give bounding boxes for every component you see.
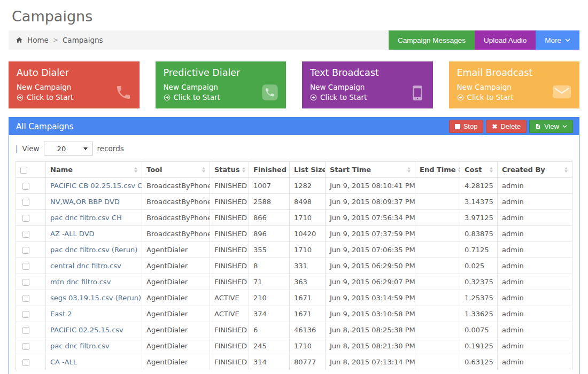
- row-checkbox[interactable]: [22, 311, 29, 318]
- stop-icon: [455, 124, 460, 129]
- panel-body: | View 20 records Name Tool: [9, 135, 579, 374]
- email-broadcast-card[interactable]: Email Broadcast New Campaign Click to St…: [449, 61, 580, 108]
- tool-cell: AgentDialer: [142, 274, 210, 290]
- delete-x-icon: ✖: [492, 123, 497, 130]
- campaign-messages-button[interactable]: Campaign Messages: [389, 30, 475, 50]
- sort-icon[interactable]: [242, 167, 245, 173]
- list-size-cell: 1710: [290, 210, 326, 226]
- column-header-cost[interactable]: Cost: [460, 162, 498, 178]
- upload-audio-button[interactable]: Upload Audio: [475, 30, 536, 50]
- sort-icon[interactable]: [134, 167, 137, 173]
- row-checkbox[interactable]: [22, 263, 29, 270]
- view-button[interactable]: View: [529, 120, 573, 133]
- column-header-tool[interactable]: Tool: [142, 162, 210, 178]
- table-row: pac dnc filtro.csv AgentDialer FINISHED …: [16, 338, 572, 354]
- campaign-name-link[interactable]: segs 03.19.15.csv (Rerun): [50, 294, 141, 302]
- tool-cell: AgentDialer: [142, 354, 210, 370]
- cost-cell: 0.0075: [460, 322, 498, 338]
- breadcrumb-separator: >: [53, 36, 58, 44]
- sort-icon[interactable]: [458, 167, 460, 173]
- start-time-cell: Jun 9, 2015 03:10:58 PM: [326, 306, 415, 322]
- arrow-circle-icon: [457, 94, 464, 101]
- breadcrumb-bar: Home > Campaigns Campaign Messages Uploa…: [9, 30, 579, 50]
- created-by-cell: admin: [498, 178, 572, 194]
- start-time-cell: Jun 8, 2015 08:21:30 PM: [326, 338, 415, 354]
- campaign-name-link[interactable]: PACIFIC 02.25.15.csv: [50, 326, 123, 334]
- mobile-icon: [409, 85, 425, 103]
- start-time-cell: Jun 8, 2015 07:13:14 PM: [326, 354, 415, 370]
- sort-icon[interactable]: [490, 167, 493, 173]
- status-cell: FINISHED: [210, 242, 249, 258]
- table-header-row: Name Tool Status Finished List Size Star…: [16, 162, 572, 178]
- tool-cell: AgentDialer: [142, 338, 210, 354]
- start-time-cell: Jun 8, 2015 08:25:38 PM: [326, 322, 415, 338]
- table-row: PACIFIC 02.25.15.csv AgentDialer FINISHE…: [16, 322, 572, 338]
- status-cell: FINISHED: [210, 178, 249, 194]
- campaign-name-link[interactable]: PACIFIC CB 02.25.15.csv CH: [50, 182, 142, 190]
- arrow-circle-icon: [17, 94, 24, 101]
- table-row: segs 03.19.15.csv (Rerun) AgentDialer AC…: [16, 290, 572, 306]
- table-row: mtn dnc filtro.csv AgentDialer FINISHED …: [16, 274, 572, 290]
- all-campaigns-panel: All Campaigns Stop ✖ Delete View: [9, 117, 579, 374]
- end-time-cell: [415, 226, 460, 242]
- list-size-cell: 1671: [290, 290, 326, 306]
- row-checkbox[interactable]: [22, 327, 29, 334]
- campaign-name-link[interactable]: AZ -ALL DVD: [50, 230, 95, 238]
- campaign-name-link[interactable]: mtn dnc filtro.csv: [50, 278, 111, 286]
- sort-icon[interactable]: [407, 167, 411, 173]
- column-header-start-time[interactable]: Start Time: [326, 162, 415, 178]
- records-select[interactable]: 20: [44, 142, 93, 155]
- row-checkbox[interactable]: [22, 199, 29, 206]
- tool-cell: AgentDialer: [142, 242, 210, 258]
- campaign-name-link[interactable]: East 2: [50, 310, 72, 318]
- select-all-checkbox[interactable]: [20, 167, 27, 174]
- column-header-name[interactable]: Name: [46, 162, 142, 178]
- end-time-cell: [415, 258, 460, 274]
- row-checkbox[interactable]: [22, 183, 29, 190]
- column-header-list-size[interactable]: List Size: [290, 162, 326, 178]
- end-time-cell: [415, 194, 460, 210]
- tool-cell: BroadcastByPhone: [142, 194, 210, 210]
- home-icon: [16, 36, 23, 44]
- row-checkbox[interactable]: [22, 247, 29, 254]
- row-checkbox[interactable]: [22, 343, 29, 350]
- row-checkbox[interactable]: [22, 231, 29, 238]
- column-header-status[interactable]: Status: [210, 162, 249, 178]
- auto-dialer-card[interactable]: Auto Dialer New Campaign Click to Start: [9, 61, 140, 108]
- row-checkbox[interactable]: [22, 279, 29, 286]
- row-checkbox[interactable]: [22, 215, 29, 222]
- delete-button[interactable]: ✖ Delete: [486, 120, 527, 133]
- stop-button[interactable]: Stop: [449, 120, 484, 133]
- created-by-cell: admin: [498, 210, 572, 226]
- campaign-name-link[interactable]: CA -ALL: [50, 358, 77, 366]
- campaign-name-link[interactable]: pac dnc filtro.csv (Rerun): [50, 246, 137, 254]
- sort-icon[interactable]: [202, 167, 205, 173]
- column-header-finished[interactable]: Finished: [249, 162, 290, 178]
- created-by-cell: admin: [498, 338, 572, 354]
- column-header-end-time[interactable]: End Time: [415, 162, 460, 178]
- arrow-circle-icon: [164, 94, 171, 101]
- table-row: AZ -ALL DVD BroadcastByPhone FINISHED 89…: [16, 226, 572, 242]
- status-cell: FINISHED: [210, 210, 249, 226]
- finished-cell: 374: [249, 306, 290, 322]
- chevron-down-icon: [562, 125, 567, 128]
- more-button[interactable]: More: [536, 30, 579, 50]
- text-broadcast-card[interactable]: Text Broadcast New Campaign Click to Sta…: [302, 61, 433, 108]
- campaign-name-link[interactable]: NV,WA,OR BBP DVD: [50, 198, 120, 206]
- predictive-dialer-card[interactable]: Predictive Dialer New Campaign Click to …: [156, 61, 287, 108]
- campaign-rows: PACIFIC CB 02.25.15.csv CH BroadcastByPh…: [16, 178, 572, 370]
- campaign-name-link[interactable]: pac dnc filtro.csv CH: [50, 214, 122, 222]
- records-per-page-control: | View 20 records: [16, 142, 572, 155]
- campaign-name-link[interactable]: pac dnc filtro.csv: [50, 342, 110, 350]
- finished-cell: 866: [249, 210, 290, 226]
- sort-icon[interactable]: [564, 167, 568, 173]
- breadcrumb-home-link[interactable]: Home: [27, 36, 49, 44]
- row-checkbox[interactable]: [22, 359, 29, 366]
- row-checkbox[interactable]: [22, 295, 29, 302]
- finished-cell: 245: [249, 338, 290, 354]
- end-time-cell: [415, 306, 460, 322]
- end-time-cell: [415, 242, 460, 258]
- column-header-created-by[interactable]: Created By: [498, 162, 572, 178]
- end-time-cell: [415, 354, 460, 370]
- campaign-name-link[interactable]: central dnc filtro.csv: [50, 262, 121, 270]
